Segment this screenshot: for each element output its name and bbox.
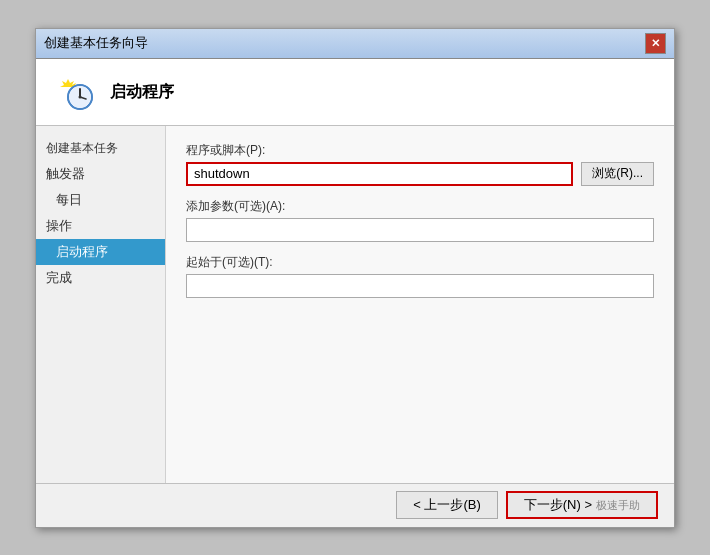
back-button[interactable]: < 上一步(B)	[396, 491, 498, 519]
main-area: 创建基本任务 触发器 每日 操作 启动程序 完成 程序或脚本(P):	[36, 126, 674, 483]
task-clock-icon	[58, 75, 94, 111]
startdir-group: 起始于(可选)(T):	[186, 254, 654, 298]
watermark: 极速手助	[596, 499, 640, 511]
startdir-label: 起始于(可选)(T):	[186, 254, 654, 271]
browse-button[interactable]: 浏览(R)...	[581, 162, 654, 186]
close-button[interactable]: ✕	[645, 33, 666, 54]
params-input[interactable]	[186, 218, 654, 242]
header-title: 启动程序	[110, 82, 174, 103]
sidebar-item-daily[interactable]: 每日	[36, 187, 165, 213]
params-label: 添加参数(可选)(A):	[186, 198, 654, 215]
program-row: 浏览(R)...	[186, 162, 654, 186]
header-icon-container	[56, 73, 96, 113]
sidebar: 创建基本任务 触发器 每日 操作 启动程序 完成	[36, 126, 166, 483]
main-dialog: 创建基本任务向导 ✕ 启动程序	[35, 28, 675, 528]
dialog-title: 创建基本任务向导	[44, 34, 148, 52]
params-group: 添加参数(可选)(A):	[186, 198, 654, 242]
program-group: 程序或脚本(P): 浏览(R)...	[186, 142, 654, 186]
content-area: 程序或脚本(P): 浏览(R)... 添加参数(可选)(A): 起始于(可选)(…	[166, 126, 674, 483]
sidebar-item-finish[interactable]: 完成	[36, 265, 165, 291]
title-bar-controls: ✕	[645, 33, 666, 54]
next-button[interactable]: 下一步(N) >极速手助	[506, 491, 658, 519]
sidebar-item-trigger[interactable]: 触发器	[36, 161, 165, 187]
title-bar: 创建基本任务向导 ✕	[36, 29, 674, 59]
params-row	[186, 218, 654, 242]
dialog-footer: < 上一步(B) 下一步(N) >极速手助	[36, 483, 674, 527]
sidebar-section-title: 创建基本任务	[36, 136, 165, 161]
startdir-row	[186, 274, 654, 298]
program-label: 程序或脚本(P):	[186, 142, 654, 159]
svg-point-5	[79, 95, 82, 98]
dialog-header: 启动程序	[36, 59, 674, 126]
program-input[interactable]	[186, 162, 573, 186]
sidebar-item-action[interactable]: 操作	[36, 213, 165, 239]
sidebar-item-start-program[interactable]: 启动程序	[36, 239, 165, 265]
startdir-input[interactable]	[186, 274, 654, 298]
